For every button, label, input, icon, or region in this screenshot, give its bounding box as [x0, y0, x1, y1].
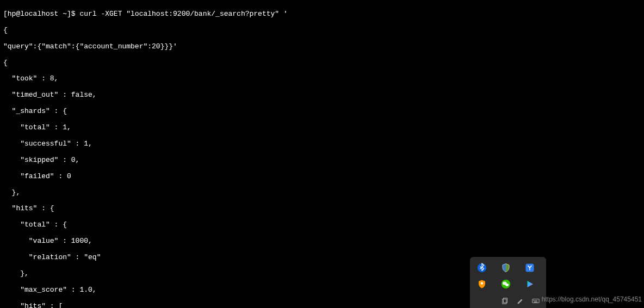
- huorong-icon[interactable]: [476, 279, 487, 290]
- wechat-icon[interactable]: [500, 279, 511, 290]
- json-line: "skipped" : 0,: [3, 156, 641, 165]
- watermark-text: https://blog.csdn.net/qq_45745451: [542, 296, 642, 304]
- command-body-open: {: [3, 27, 641, 35]
- json-line: "took" : 8,: [3, 75, 641, 83]
- json-line: "successful" : 1,: [3, 140, 641, 148]
- json-line: {: [3, 59, 641, 67]
- edit-icon[interactable]: [517, 297, 524, 305]
- bluetooth-icon[interactable]: [476, 262, 487, 273]
- json-line: "failed" : 0: [3, 173, 641, 181]
- json-line: "total" : 1,: [3, 124, 641, 132]
- shell-prompt: [hp@localhost ~]$: [3, 10, 79, 18]
- svg-point-2: [481, 282, 484, 285]
- defender-icon[interactable]: [500, 262, 511, 273]
- player-icon[interactable]: [524, 279, 535, 290]
- json-line: "timed_out" : false,: [3, 91, 641, 99]
- command-text: curl -XGET "localhost:9200/bank/_search?…: [79, 10, 287, 18]
- svg-point-7: [505, 282, 505, 283]
- prompt-line: [hp@localhost ~]$ curl -XGET "localhost:…: [3, 10, 641, 18]
- svg-rect-10: [532, 299, 539, 303]
- json-line: "hits" : {: [3, 205, 641, 213]
- command-body: "query":{"match":{"account_number":20}}}…: [3, 43, 641, 51]
- json-line: "total" : {: [3, 221, 641, 229]
- system-tray[interactable]: [470, 257, 546, 308]
- json-line: },: [3, 189, 641, 197]
- json-line: "_shards" : {: [3, 108, 641, 116]
- copy-icon[interactable]: [501, 297, 509, 305]
- svg-point-5: [505, 284, 509, 286]
- svg-point-6: [504, 282, 504, 283]
- terminal-output: [hp@localhost ~]$ curl -XGET "localhost:…: [0, 0, 644, 308]
- keyboard-icon[interactable]: [532, 297, 540, 305]
- todesk-icon[interactable]: [524, 262, 535, 273]
- json-line: "value" : 1000,: [3, 237, 641, 246]
